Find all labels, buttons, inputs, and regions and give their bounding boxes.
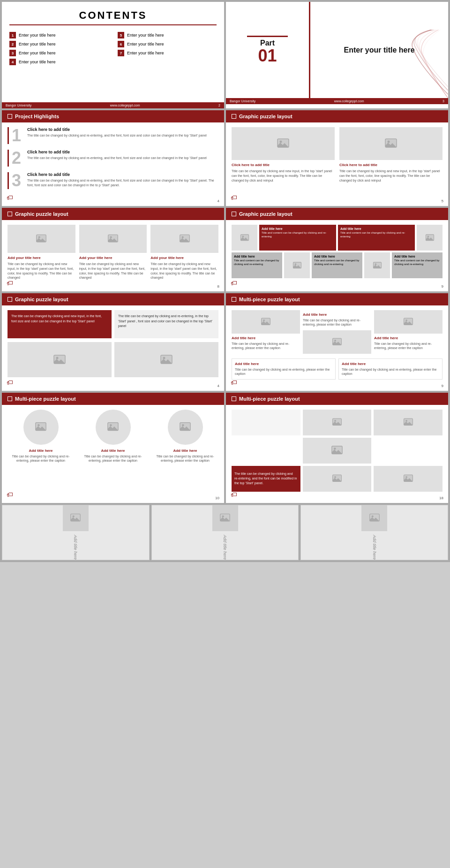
multi8-item-title-2[interactable]: Add title here (303, 312, 371, 317)
multi8-item-title-5[interactable]: Add title here (342, 362, 439, 366)
multi10-img-center[interactable] (303, 438, 372, 464)
puzzle6-img-tl[interactable] (232, 225, 257, 251)
svg-point-25 (334, 340, 336, 342)
multi10-header: Multi-piece puzzle layout (226, 393, 448, 405)
multi9-circle-1[interactable] (23, 410, 59, 445)
contents-label-5[interactable]: Enter your title here (127, 33, 164, 38)
multi9-item-desc-1: Title can be changed by clicking and re-… (8, 454, 74, 463)
multi8-item-title-1[interactable]: Add title here (232, 336, 300, 340)
multi10-title[interactable]: Multi-piece puzzle layout (239, 396, 300, 402)
slide5-icon: 🏷 (7, 279, 13, 287)
multi10-caption-block[interactable]: The title can be changed by clicking and… (232, 466, 300, 492)
puzzle7-img-1[interactable] (8, 342, 112, 377)
puzzle6-img-bm[interactable] (364, 252, 390, 278)
part-title[interactable]: Enter your title here (344, 46, 414, 54)
contents-item-1[interactable]: 1 Enter your title here (9, 32, 108, 38)
multi8-title[interactable]: Multi-piece puzzle layout (239, 297, 300, 302)
slide10-page: 18 (439, 496, 443, 500)
multi9-item-title-3[interactable]: Add title here (173, 449, 197, 453)
multi9-item-title-1[interactable]: Add title here (29, 449, 52, 453)
multi8-item-title-3[interactable]: Add title here (374, 336, 442, 340)
contents-label-4[interactable]: Enter your title here (19, 60, 56, 64)
multi8-item-desc-4: Title can be changed by clicking and re-… (235, 367, 332, 376)
highlight-item-1[interactable]: 1 Click here to add title The title can … (8, 127, 218, 144)
contents-item-5[interactable]: 5 Enter your title here (118, 32, 217, 38)
contents-label-3[interactable]: Enter your title here (19, 51, 56, 55)
contents-label-6[interactable]: Enter your title here (127, 42, 164, 46)
multi10-img-bottom-1[interactable] (303, 466, 372, 492)
puzzle6-cell-gray-2[interactable]: Add title here Title and content can be … (312, 252, 362, 278)
puzzle3-item-title-2[interactable]: Add your title here (79, 256, 147, 260)
multi9-item-1: Add title here Title can be changed by c… (8, 410, 74, 463)
puzzle2-item-title-2[interactable]: Click here to add title (339, 163, 442, 167)
puzzle3-item-title-1[interactable]: Add your title here (8, 256, 75, 260)
highlight-item-title-1[interactable]: Click here to add title (27, 127, 218, 132)
multi8-img-1[interactable] (232, 310, 300, 334)
multi8-img-2[interactable] (303, 330, 371, 354)
contents-label-1[interactable]: Enter your title here (19, 33, 56, 38)
puzzle7-text-light[interactable]: The title can be changed by clicking and… (114, 310, 218, 338)
highlight-item-desc-2: The title can be changed by clicking and… (27, 156, 218, 160)
tile3-label[interactable]: Add title here (372, 535, 377, 560)
puzzle6-cell-gray-3[interactable]: Add title here Title and content can be … (392, 252, 442, 278)
contents-item-4[interactable]: 4 Enter your title here (9, 59, 108, 65)
highlight-item-3[interactable]: 3 Click here to add title The title can … (8, 172, 218, 189)
multi10-img-bottom-2[interactable] (374, 466, 442, 492)
puzzle6-img-tr[interactable] (417, 225, 442, 251)
contents-item-3[interactable]: 3 Enter your title here (9, 50, 108, 56)
multi9-title[interactable]: Multi-piece puzzle layout (15, 396, 76, 402)
multi10-top-row (232, 410, 442, 435)
puzzle7-img-2[interactable] (114, 342, 218, 377)
contents-item-6[interactable]: 6 Enter your title here (118, 41, 217, 47)
highlight-item-title-3[interactable]: Click here to add title (27, 172, 218, 177)
svg-point-47 (222, 515, 224, 517)
puzzle6-cell-dark-1[interactable]: Add title here Title and content can be … (259, 225, 336, 251)
multi9-circle-2[interactable] (96, 410, 131, 445)
contents-title[interactable]: CONTENTS (9, 9, 217, 25)
slide-graphic-puzzle6: Graphic puzzle layout Add title here Tit… (226, 208, 448, 291)
puzzle2-title[interactable]: Graphic puzzle layout (239, 114, 292, 119)
puzzle2-item-title-1[interactable]: Click here to add title (232, 163, 335, 167)
puzzle3-image-2[interactable] (79, 225, 147, 253)
svg-point-39 (334, 448, 336, 450)
multi9-circle-3[interactable] (168, 410, 203, 445)
multi8-bottom-left: Add title here Title can be changed by c… (232, 358, 336, 379)
highlight-num-2: 2 (8, 150, 22, 167)
contents-label-7[interactable]: Enter your title here (127, 51, 164, 55)
multi10-bottom-row: The title can be changed by clicking and… (232, 466, 442, 492)
puzzle6-img-bl[interactable] (284, 252, 310, 278)
puzzle6-gray-desc-1: Title and content can be changed by clic… (234, 259, 280, 266)
puzzle3-title[interactable]: Graphic puzzle layout (15, 211, 68, 217)
puzzle7-text-dark[interactable]: The title can be changed by clicking and… (8, 310, 112, 338)
puzzle3-image-3[interactable] (150, 225, 218, 253)
multi10-img-top-2[interactable] (374, 410, 442, 435)
multi9-item-title-2[interactable]: Add title here (101, 449, 125, 453)
multi8-img-3[interactable] (374, 310, 442, 334)
slide5-page: 8 (218, 284, 219, 289)
puzzle3-item-title-3[interactable]: Add your title here (150, 256, 218, 260)
puzzle3-image-1[interactable] (8, 225, 75, 253)
puzzle2-image-2[interactable] (339, 127, 442, 160)
multi8-grid: Add title here Title can be changed by c… (232, 310, 442, 354)
bottom-tile-2[interactable]: Add title here (151, 505, 299, 560)
contents-item-2[interactable]: 2 Enter your title here (9, 41, 108, 47)
multi8-item-title-4[interactable]: Add title here (235, 362, 332, 366)
tile2-label[interactable]: Add title here (223, 535, 227, 560)
slide1-footer: Bangor University www.collegeppt.com 2 (2, 102, 224, 108)
bottom-tile-1[interactable]: Add title here (2, 505, 150, 560)
highlights-title[interactable]: Project Highlights (15, 114, 59, 119)
highlight-item-2[interactable]: 2 Click here to add title The title can … (8, 150, 218, 167)
puzzle6-title[interactable]: Graphic puzzle layout (239, 211, 292, 217)
puzzle6-cell-dark-2[interactable]: Add title here Title and content can be … (338, 225, 415, 251)
tile3-img (361, 505, 387, 531)
contents-label-2[interactable]: Enter your title here (19, 42, 56, 46)
part-number[interactable]: 01 (258, 47, 277, 64)
puzzle7-title[interactable]: Graphic puzzle layout (15, 297, 68, 302)
contents-item-7[interactable]: 7 Enter your title here (118, 50, 217, 56)
puzzle2-image-1[interactable] (232, 127, 335, 160)
highlight-item-title-2[interactable]: Click here to add title (27, 150, 218, 154)
bottom-tile-3[interactable]: Add title here (300, 505, 448, 560)
tile1-label[interactable]: Add title here (73, 535, 78, 560)
multi10-img-top-1[interactable] (303, 410, 372, 435)
puzzle6-cell-gray-1[interactable]: Add title here Title and content can be … (232, 252, 282, 278)
